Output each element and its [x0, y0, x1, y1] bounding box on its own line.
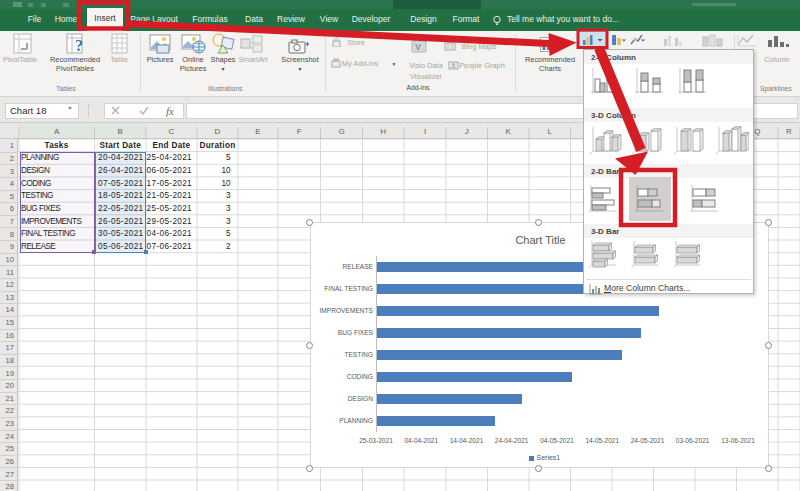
svg-text:V: V — [415, 42, 421, 52]
svg-text:fx: fx — [166, 105, 174, 117]
svg-text:?: ? — [75, 37, 83, 54]
